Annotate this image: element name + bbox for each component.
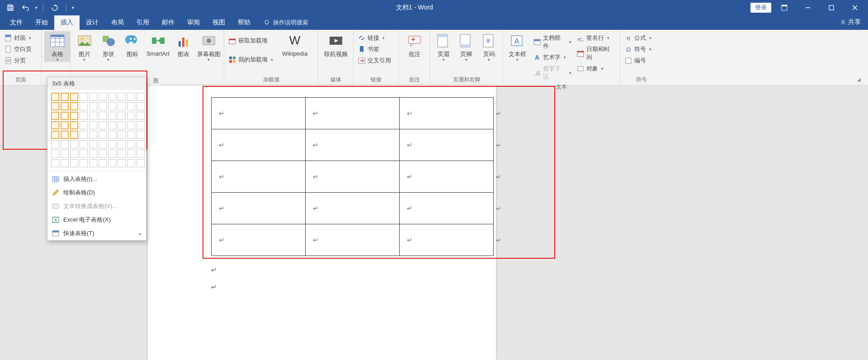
table-grid-cell[interactable] xyxy=(51,159,59,167)
online-video-button[interactable]: 联机视频 xyxy=(321,31,351,58)
table-grid-cell[interactable] xyxy=(127,112,135,120)
share-button[interactable]: 共享 xyxy=(840,18,861,26)
link-button[interactable]: 链接▾ xyxy=(356,33,396,43)
table-grid-cell[interactable] xyxy=(127,150,135,158)
table-grid-cell[interactable] xyxy=(108,150,116,158)
table-grid-cell[interactable] xyxy=(61,102,69,110)
table-grid-cell[interactable] xyxy=(137,121,145,129)
table-grid-cell[interactable] xyxy=(99,150,107,158)
table-grid-cell[interactable] xyxy=(99,140,107,148)
table-grid-cell[interactable] xyxy=(137,140,145,148)
table-grid-cell[interactable] xyxy=(61,159,69,167)
pictures-button[interactable]: 图片▾ xyxy=(73,31,95,62)
screenshot-button[interactable]: 屏幕截图▾ xyxy=(197,31,221,62)
textbox-button[interactable]: A文本框▾ xyxy=(505,31,530,62)
page-break-button[interactable]: 分页 xyxy=(3,56,38,66)
table-grid-cell[interactable] xyxy=(70,140,78,148)
quick-tables-menu[interactable]: 快速表格(T)▸ xyxy=(47,227,146,240)
footer-button[interactable]: 页脚▾ xyxy=(456,31,476,62)
table-grid-cell[interactable] xyxy=(127,102,135,110)
redo-icon[interactable] xyxy=(49,2,61,14)
tab-view[interactable]: 视图 xyxy=(206,15,231,30)
table-grid-cell[interactable] xyxy=(118,159,126,167)
comment-button[interactable]: 批注 xyxy=(401,31,428,58)
login-button[interactable]: 登录 xyxy=(750,3,771,13)
cross-reference-button[interactable]: 交叉引用 xyxy=(356,56,396,66)
table-grid-cell[interactable] xyxy=(99,93,107,101)
table-grid-cell[interactable] xyxy=(127,159,135,167)
table-grid-cell[interactable] xyxy=(80,102,88,110)
header-button[interactable]: 页眉▾ xyxy=(433,31,454,62)
table-grid-cell[interactable] xyxy=(99,112,107,120)
table-grid-cell[interactable] xyxy=(89,112,97,120)
table-grid-cell[interactable] xyxy=(118,131,126,139)
bookmark-button[interactable]: 书签 xyxy=(356,44,396,54)
wordart-button[interactable]: A艺术字▾ xyxy=(532,52,573,62)
table-grid-cell[interactable] xyxy=(127,131,135,139)
ribbon-options-icon[interactable] xyxy=(774,0,795,15)
document-page[interactable]: ↵↵↵ ↵↵↵ ↵↵↵ ↵↵↵ ↵↵↵ ↵ ↵ ↵ ↵ ↵ ↵ ↵ xyxy=(148,85,496,360)
page-number-button[interactable]: #页码▾ xyxy=(479,31,500,62)
table-grid-cell[interactable] xyxy=(118,121,126,129)
table-grid-cell[interactable] xyxy=(80,131,88,139)
tell-me-search[interactable]: 操作说明搜索 xyxy=(257,15,315,30)
table-grid-cell[interactable] xyxy=(70,159,78,167)
table-grid-cell[interactable] xyxy=(80,93,88,101)
table-grid-cell[interactable] xyxy=(137,112,145,120)
table-button[interactable]: 表格▾ xyxy=(44,31,71,62)
tab-file[interactable]: 文件 xyxy=(4,15,29,30)
table-grid-cell[interactable] xyxy=(61,93,69,101)
get-addins-button[interactable]: 获取加载项 xyxy=(227,36,275,46)
table-grid-cell[interactable] xyxy=(89,102,97,110)
tab-review[interactable]: 审阅 xyxy=(181,15,206,30)
table-grid[interactable] xyxy=(47,90,146,170)
collapse-ribbon-icon[interactable]: ◢ xyxy=(857,77,863,83)
table-grid-cell[interactable] xyxy=(61,121,69,129)
table-grid-cell[interactable] xyxy=(80,150,88,158)
tab-mailings[interactable]: 邮件 xyxy=(156,15,181,30)
symbol-button[interactable]: Ω符号▾ xyxy=(623,44,660,54)
table-grid-cell[interactable] xyxy=(108,140,116,148)
save-icon[interactable] xyxy=(5,2,16,14)
table-grid-cell[interactable] xyxy=(89,150,97,158)
object-button[interactable]: 对象▾ xyxy=(575,64,617,74)
table-grid-cell[interactable] xyxy=(89,93,97,101)
table-grid-cell[interactable] xyxy=(70,93,78,101)
table-grid-cell[interactable] xyxy=(99,159,107,167)
table-grid-cell[interactable] xyxy=(80,140,88,148)
table-grid-cell[interactable] xyxy=(80,112,88,120)
table-grid-cell[interactable] xyxy=(89,131,97,139)
table-grid-cell[interactable] xyxy=(118,102,126,110)
signature-line-button[interactable]: 签名行▾ xyxy=(575,33,617,43)
table-grid-cell[interactable] xyxy=(137,150,145,158)
close-icon[interactable] xyxy=(844,0,865,15)
excel-spreadsheet-menu[interactable]: XExcel 电子表格(X) xyxy=(47,213,146,227)
table-grid-cell[interactable] xyxy=(70,131,78,139)
table-grid-cell[interactable] xyxy=(89,140,97,148)
tab-references[interactable]: 引用 xyxy=(130,15,156,30)
table-grid-cell[interactable] xyxy=(51,121,59,129)
table-grid-cell[interactable] xyxy=(108,121,116,129)
table-grid-cell[interactable] xyxy=(51,112,59,120)
minimize-icon[interactable] xyxy=(797,0,818,15)
shapes-button[interactable]: 形状▾ xyxy=(97,31,119,62)
table-grid-cell[interactable] xyxy=(51,150,59,158)
table-grid-cell[interactable] xyxy=(61,150,69,158)
table-grid-cell[interactable] xyxy=(118,93,126,101)
table-grid-cell[interactable] xyxy=(61,112,69,120)
tab-design[interactable]: 设计 xyxy=(80,15,105,30)
table-grid-cell[interactable] xyxy=(61,140,69,148)
table-grid-cell[interactable] xyxy=(61,131,69,139)
smartart-button[interactable]: SmartArt xyxy=(146,31,171,57)
inserted-table[interactable]: ↵↵↵ ↵↵↵ ↵↵↵ ↵↵↵ ↵↵↵ xyxy=(211,97,494,256)
table-grid-cell[interactable] xyxy=(137,93,145,101)
table-grid-cell[interactable] xyxy=(70,150,78,158)
date-time-button[interactable]: 日期和时间 xyxy=(575,44,617,62)
table-grid-cell[interactable] xyxy=(51,93,59,101)
table-grid-cell[interactable] xyxy=(108,93,116,101)
table-grid-cell[interactable] xyxy=(118,150,126,158)
chart-button[interactable]: 图表 xyxy=(173,31,195,58)
number-button[interactable]: 编号 xyxy=(623,56,660,66)
table-grid-cell[interactable] xyxy=(70,112,78,120)
table-grid-cell[interactable] xyxy=(108,102,116,110)
